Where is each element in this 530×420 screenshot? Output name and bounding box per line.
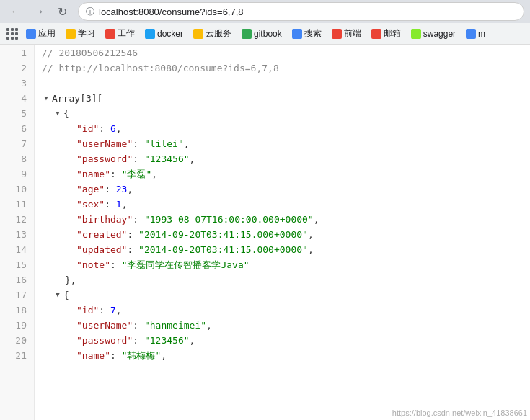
bookmark-frontend[interactable]: 前端 xyxy=(327,26,366,41)
line-num-20: 20 xyxy=(0,333,27,348)
bookmark-label: m xyxy=(478,29,485,39)
info-icon: ⓘ xyxy=(86,6,94,18)
key-id: "id" xyxy=(76,121,99,136)
array-label: Array[3][ xyxy=(52,91,102,106)
apps-icon[interactable] xyxy=(4,26,20,42)
code-line-7: "userName" : "lilei" , xyxy=(42,136,530,151)
bookmark-gitbook[interactable]: gitbook xyxy=(237,27,286,40)
code-line-21: "name" : "韩梅梅" , xyxy=(42,348,530,363)
brace-comma: }, xyxy=(65,272,76,287)
val-name: "李磊" xyxy=(122,166,152,182)
bookmark-icon xyxy=(66,29,76,39)
bookmark-icon xyxy=(466,29,476,39)
key-age: "age" xyxy=(76,182,105,197)
address-bar-container: ⓘ xyxy=(78,2,524,21)
reload-button[interactable]: ↻ xyxy=(52,1,72,22)
line-num-7: 7 xyxy=(0,136,27,151)
brace-open-2: { xyxy=(63,287,69,303)
code-line-12: "birthday" : "1993-08-07T16:00:00.000+00… xyxy=(42,212,530,227)
bookmark-apps[interactable]: 应用 xyxy=(22,26,60,41)
key-password-2: "password" xyxy=(76,333,133,348)
bookmark-search[interactable]: 搜索 xyxy=(288,26,326,41)
code-line-11: "sex" : 1 , xyxy=(42,197,530,212)
key-updated: "updated" xyxy=(76,242,127,257)
comment-1: // 20180506212546 xyxy=(42,45,138,61)
bookmark-m[interactable]: m xyxy=(461,27,490,40)
bookmark-icon xyxy=(371,29,381,39)
bookmark-icon xyxy=(26,29,36,39)
val-name-2: "韩梅梅" xyxy=(122,348,162,363)
forward-button[interactable]: → xyxy=(29,1,49,22)
code-line-2: // http://localhost:8080/consume?ids=6,7… xyxy=(42,61,530,76)
comment-2: // http://localhost:8080/consume?ids=6,7… xyxy=(42,61,279,76)
bookmark-swagger[interactable]: swagger xyxy=(407,27,460,40)
bookmark-label: gitbook xyxy=(254,29,282,39)
bookmark-icon xyxy=(242,29,252,39)
bookmark-icon xyxy=(332,29,342,39)
line-num-9: 9 xyxy=(0,166,27,182)
bookmark-label: 工作 xyxy=(118,27,135,40)
colon: : xyxy=(99,121,110,136)
line-num-2: 2 xyxy=(0,61,27,76)
back-button[interactable]: ← xyxy=(6,1,26,22)
line-num-19: 19 xyxy=(0,318,27,333)
collapse-arrow-5[interactable]: ▼ xyxy=(53,110,62,118)
collapse-arrow-4[interactable]: ▼ xyxy=(42,94,50,103)
key-note: "note" xyxy=(76,257,110,272)
bookmark-mail[interactable]: 邮箱 xyxy=(367,26,405,41)
bookmark-cloud[interactable]: 云服务 xyxy=(189,26,236,41)
bookmark-docker[interactable]: docker xyxy=(141,27,187,40)
code-line-18: "id" : 7 , xyxy=(42,303,530,318)
val-id: 6 xyxy=(110,121,116,136)
code-line-20: "password" : "123456" , xyxy=(42,333,530,348)
code-line-10: "age" : 23 , xyxy=(42,182,530,197)
bookmark-icon xyxy=(411,29,421,39)
bookmark-icon xyxy=(292,29,302,39)
bookmark-study[interactable]: 学习 xyxy=(61,26,100,41)
bookmark-icon xyxy=(193,29,203,39)
line-num-4: 4 xyxy=(0,91,27,106)
line-num-17: 17 xyxy=(0,287,27,303)
collapse-arrow-17[interactable]: ▼ xyxy=(53,291,62,300)
address-bar[interactable] xyxy=(99,6,516,17)
bookmark-label: 学习 xyxy=(78,27,95,40)
bookmarks-bar: 应用 学习 工作 docker 云服务 gitbook 搜索 前端 xyxy=(0,23,530,45)
bookmark-icon xyxy=(145,29,155,39)
line-num-15: 15 xyxy=(0,257,27,272)
key-name: "name" xyxy=(76,166,110,182)
line-num-14: 14 xyxy=(0,242,27,257)
bookmark-label: 应用 xyxy=(38,27,56,40)
bookmark-label: 前端 xyxy=(344,27,361,40)
line-numbers: 1 2 3 4 5 6 7 8 9 10 11 12 13 14 15 16 1… xyxy=(0,45,35,420)
val-age: 23 xyxy=(116,182,128,197)
code-line-14: "updated" : "2014-09-20T03:41:15.000+000… xyxy=(42,242,530,257)
line-num-16: 16 xyxy=(0,272,27,287)
code-line-3 xyxy=(42,76,530,91)
code-line-9: "name" : "李磊" , xyxy=(42,166,530,182)
key-id-2: "id" xyxy=(76,303,99,318)
line-num-1: 1 xyxy=(0,45,27,61)
code-line-6: "id" : 6 , xyxy=(42,121,530,136)
nav-buttons: ← → ↻ xyxy=(6,1,72,22)
line-num-10: 10 xyxy=(0,182,27,197)
val-password: "123456" xyxy=(144,151,190,166)
bookmark-work[interactable]: 工作 xyxy=(101,26,139,41)
key-password: "password" xyxy=(76,151,133,166)
bookmark-label: 搜索 xyxy=(304,27,322,40)
content-area: 1 2 3 4 5 6 7 8 9 10 11 12 13 14 15 16 1… xyxy=(0,45,530,420)
val-username: "lilei" xyxy=(144,136,184,151)
key-username-2: "userName" xyxy=(76,318,133,333)
title-bar: ← → ↻ ⓘ xyxy=(0,0,530,23)
val-sex: 1 xyxy=(116,197,122,212)
bookmark-label: swagger xyxy=(423,29,456,39)
val-note: "李磊同学在传智播客学Java" xyxy=(122,257,249,272)
code-line-4: ▼ Array[3][ xyxy=(42,91,530,106)
val-created: "2014-09-20T03:41:15.000+0000" xyxy=(138,227,308,242)
val-id-2: 7 xyxy=(110,303,116,318)
line-num-12: 12 xyxy=(0,212,27,227)
line-num-18: 18 xyxy=(0,303,27,318)
line-num-21: 21 xyxy=(0,348,27,363)
brace-open: { xyxy=(63,106,69,121)
watermark: https://blog.csdn.net/weixin_41838661 xyxy=(392,408,527,417)
bookmark-label: 云服务 xyxy=(206,27,231,40)
